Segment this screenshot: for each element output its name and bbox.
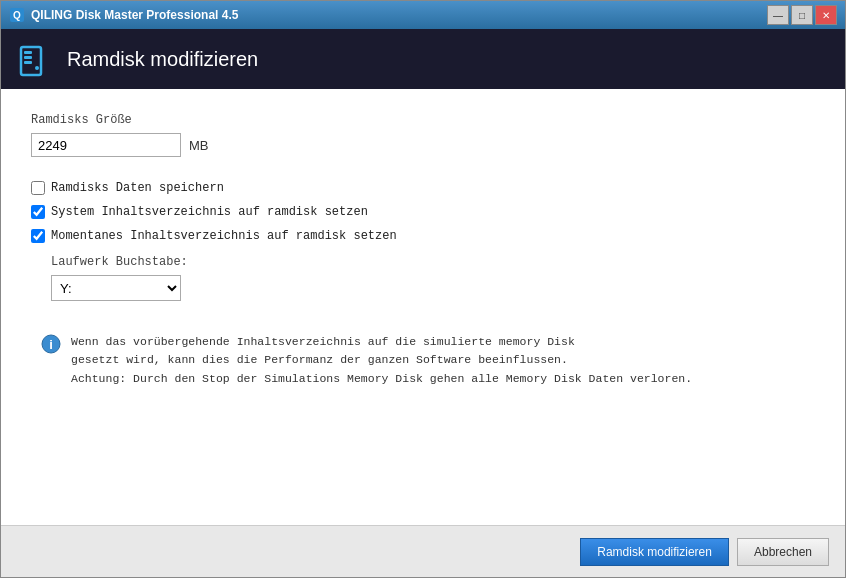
info-line1: Wenn das vorübergehende Inhaltsverzeichn… — [71, 335, 575, 348]
page-title: Ramdisk modifizieren — [67, 48, 258, 71]
info-line3: Achtung: Durch den Stop der Simulations … — [71, 372, 692, 385]
checkbox-save-data[interactable] — [31, 181, 45, 195]
app-icon: Q — [9, 7, 25, 23]
main-window: Q QILING Disk Master Professional 4.5 — … — [0, 0, 846, 578]
svg-point-6 — [35, 66, 39, 70]
header-bar: Ramdisk modifizieren — [1, 29, 845, 89]
info-text: Wenn das vorübergehende Inhaltsverzeichn… — [71, 333, 692, 388]
svg-text:i: i — [49, 337, 53, 352]
drive-label: Laufwerk Buchstabe: — [51, 255, 815, 269]
checkbox-system-dir[interactable] — [31, 205, 45, 219]
info-icon: i — [41, 334, 61, 354]
close-button[interactable]: ✕ — [815, 5, 837, 25]
svg-rect-5 — [24, 61, 32, 64]
unit-label: MB — [189, 138, 209, 153]
footer: Ramdisk modifizieren Abbrechen — [1, 525, 845, 577]
ramdisk-icon — [17, 41, 53, 77]
svg-text:Q: Q — [13, 10, 21, 21]
maximize-button[interactable]: □ — [791, 5, 813, 25]
window-controls: — □ ✕ — [767, 5, 837, 25]
checkbox-row-1: Ramdisks Daten speichern — [31, 181, 815, 195]
checkbox-current-dir[interactable] — [31, 229, 45, 243]
drive-section: Laufwerk Buchstabe: Y: Z: X: W: V: — [51, 255, 815, 301]
minimize-button[interactable]: — — [767, 5, 789, 25]
svg-rect-4 — [24, 56, 32, 59]
size-row: MB — [31, 133, 815, 157]
checkbox-save-data-label[interactable]: Ramdisks Daten speichern — [51, 181, 224, 195]
window-title: QILING Disk Master Professional 4.5 — [31, 8, 767, 22]
checkbox-row-3: Momentanes Inhaltsverzeichnis auf ramdis… — [31, 229, 815, 243]
titlebar: Q QILING Disk Master Professional 4.5 — … — [1, 1, 845, 29]
info-box: i Wenn das vorübergehende Inhaltsverzeic… — [31, 321, 815, 400]
size-input[interactable] — [31, 133, 181, 157]
size-label: Ramdisks Größe — [31, 113, 815, 127]
svg-rect-3 — [24, 51, 32, 54]
content-area: Ramdisks Größe MB Ramdisks Daten speiche… — [1, 89, 845, 525]
cancel-button[interactable]: Abbrechen — [737, 538, 829, 566]
confirm-button[interactable]: Ramdisk modifizieren — [580, 538, 729, 566]
checkbox-row-2: System Inhaltsverzeichnis auf ramdisk se… — [31, 205, 815, 219]
drive-select[interactable]: Y: Z: X: W: V: — [51, 275, 181, 301]
checkbox-system-dir-label[interactable]: System Inhaltsverzeichnis auf ramdisk se… — [51, 205, 368, 219]
info-line2: gesetzt wird, kann dies die Performanz d… — [71, 353, 568, 366]
checkbox-current-dir-label[interactable]: Momentanes Inhaltsverzeichnis auf ramdis… — [51, 229, 397, 243]
